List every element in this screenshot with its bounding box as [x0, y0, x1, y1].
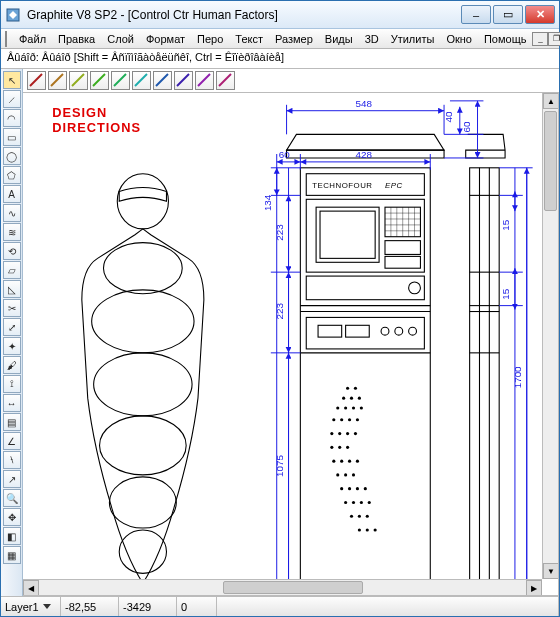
svg-point-58: [356, 418, 359, 421]
menu-3d[interactable]: 3D: [359, 31, 385, 47]
pen-style-1[interactable]: [27, 71, 46, 90]
menu-text[interactable]: Текст: [229, 31, 269, 47]
pen-style-8[interactable]: [174, 71, 193, 90]
scroll-left-button[interactable]: ◀: [23, 580, 39, 596]
pan-icon[interactable]: ✥: [3, 508, 21, 526]
menu-help[interactable]: Помощь: [478, 31, 533, 47]
mdi-min-button[interactable]: _: [532, 32, 548, 46]
svg-point-71: [344, 473, 347, 476]
menu-format[interactable]: Формат: [140, 31, 191, 47]
minimize-button[interactable]: –: [461, 5, 491, 24]
svg-point-84: [358, 528, 361, 531]
menu-file[interactable]: Файл: [13, 31, 52, 47]
dim-icon[interactable]: ↔: [3, 394, 21, 412]
cursor-icon[interactable]: ↖: [3, 71, 21, 89]
app-icon: [5, 7, 21, 23]
svg-point-83: [366, 515, 369, 518]
break-icon[interactable]: ⧷: [3, 451, 21, 469]
vertical-scrollbar[interactable]: ▲ ▼: [542, 93, 558, 579]
pen-style-3[interactable]: [69, 71, 88, 90]
rev-icon[interactable]: ⟲: [3, 242, 21, 260]
maximize-button[interactable]: ▭: [493, 5, 523, 24]
titlebar: Graphite V8 SP2 - [Control Ctr Human Fac…: [1, 1, 559, 29]
curve-icon[interactable]: ∿: [3, 204, 21, 222]
svg-text:15: 15: [500, 219, 511, 230]
layer-dropdown[interactable]: Layer1: [1, 597, 61, 616]
svg-line-7: [156, 74, 168, 86]
menu-views[interactable]: Виды: [319, 31, 359, 47]
pen-style-10[interactable]: [216, 71, 235, 90]
hint-bar: Âûáîð: Âûáîð [Shift = Âñïîìîãàòåëüñêî, C…: [1, 49, 559, 69]
menu-layer[interactable]: Слой: [101, 31, 140, 47]
svg-point-60: [338, 432, 341, 435]
pen-style-4[interactable]: [90, 71, 109, 90]
scroll-right-button[interactable]: ▶: [526, 580, 542, 596]
offset-icon[interactable]: ≋: [3, 223, 21, 241]
rect-icon[interactable]: ▭: [3, 128, 21, 146]
trim-icon[interactable]: ✂: [3, 299, 21, 317]
svg-point-51: [336, 406, 339, 409]
angle-icon[interactable]: ∠: [3, 432, 21, 450]
extend-icon[interactable]: ↗: [3, 470, 21, 488]
svg-point-85: [366, 528, 369, 531]
view-icon[interactable]: ◧: [3, 527, 21, 545]
svg-point-54: [360, 406, 363, 409]
text-icon[interactable]: A: [3, 185, 21, 203]
pen-style-6[interactable]: [132, 71, 151, 90]
svg-point-78: [352, 501, 355, 504]
h-scroll-thumb[interactable]: [223, 581, 363, 594]
svg-point-12: [103, 243, 182, 294]
svg-point-47: [354, 387, 357, 390]
scroll-down-button[interactable]: ▼: [543, 563, 559, 579]
menu-pen[interactable]: Перо: [191, 31, 229, 47]
document-icon[interactable]: [5, 31, 7, 47]
pen-toolbar: [23, 69, 559, 93]
pen-style-7[interactable]: [153, 71, 172, 90]
hatch-icon[interactable]: ▤: [3, 413, 21, 431]
svg-point-44: [409, 327, 417, 335]
svg-line-4: [93, 74, 105, 86]
y-readout[interactable]: -3429: [119, 597, 177, 616]
pen-style-9[interactable]: [195, 71, 214, 90]
svg-point-48: [342, 397, 345, 400]
svg-text:428: 428: [355, 149, 372, 160]
svg-point-68: [348, 460, 351, 463]
v-scroll-thumb[interactable]: [544, 111, 557, 211]
fillet-icon[interactable]: ▱: [3, 261, 21, 279]
horizontal-scrollbar[interactable]: ◀ ▶: [23, 579, 542, 595]
mdi-max-button[interactable]: ❐: [548, 32, 560, 46]
x-readout[interactable]: -82,55: [61, 597, 119, 616]
menu-edit[interactable]: Правка: [52, 31, 101, 47]
svg-rect-39: [306, 317, 424, 348]
arc-icon[interactable]: ◠: [3, 109, 21, 127]
scroll-up-button[interactable]: ▲: [543, 93, 559, 109]
z-readout[interactable]: 0: [177, 597, 217, 616]
measure-icon[interactable]: ⟟: [3, 375, 21, 393]
paint-icon[interactable]: 🖌: [3, 356, 21, 374]
snap-icon[interactable]: ✦: [3, 337, 21, 355]
svg-point-75: [356, 487, 359, 490]
svg-point-66: [332, 460, 335, 463]
close-button[interactable]: ✕: [525, 5, 555, 24]
line-icon[interactable]: ⟋: [3, 90, 21, 108]
menu-utilities[interactable]: Утилиты: [385, 31, 441, 47]
circle-icon[interactable]: ◯: [3, 147, 21, 165]
svg-point-77: [344, 501, 347, 504]
scale-icon[interactable]: ⤢: [3, 318, 21, 336]
menu-dim[interactable]: Размер: [269, 31, 319, 47]
svg-point-42: [381, 327, 389, 335]
svg-rect-33: [385, 241, 420, 255]
drawing-canvas[interactable]: DESIGN DIRECTIONS: [23, 93, 559, 596]
svg-rect-34: [385, 256, 420, 268]
svg-line-8: [177, 74, 189, 86]
layer-icon[interactable]: ▦: [3, 546, 21, 564]
model-label: EPC: [385, 181, 403, 190]
svg-point-52: [344, 406, 347, 409]
pen-style-2[interactable]: [48, 71, 67, 90]
chamfer-icon[interactable]: ◺: [3, 280, 21, 298]
zoom-icon[interactable]: 🔍: [3, 489, 21, 507]
pen-style-5[interactable]: [111, 71, 130, 90]
menu-window[interactable]: Окно: [440, 31, 478, 47]
svg-text:40: 40: [443, 111, 454, 122]
polygon-icon[interactable]: ⬠: [3, 166, 21, 184]
